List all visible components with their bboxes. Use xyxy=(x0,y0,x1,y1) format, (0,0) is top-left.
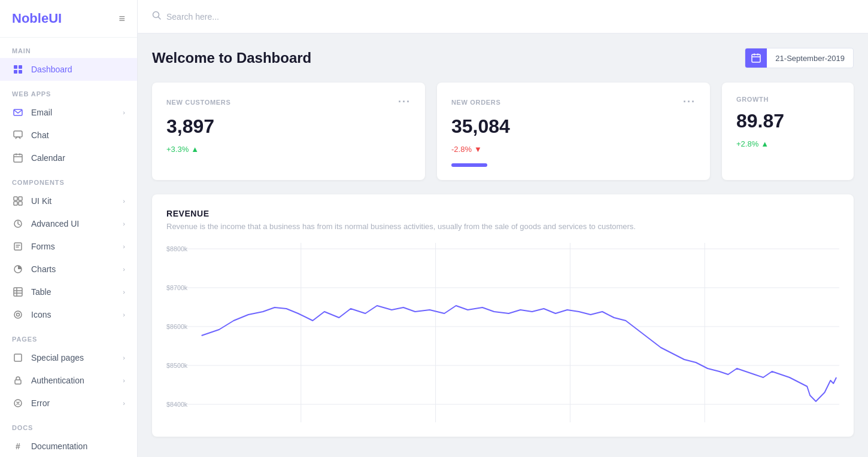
dashboard-label: Dashboard xyxy=(31,65,125,74)
svg-rect-3 xyxy=(19,70,22,74)
sidebar-item-calendar[interactable]: Calendar xyxy=(0,147,137,169)
calendar-icon xyxy=(745,48,767,68)
uikit-icon xyxy=(12,195,24,207)
section-label-pages: PAGES xyxy=(0,326,137,346)
stat-value-orders: 35,084 xyxy=(451,115,696,138)
sidebar-item-auth[interactable]: Authentication › xyxy=(0,369,137,392)
stat-label-text-orders: NEW ORDERS xyxy=(451,99,500,106)
special-icon xyxy=(12,352,24,364)
sidebar-item-table[interactable]: Table › xyxy=(0,281,137,303)
sidebar-item-error[interactable]: Error › xyxy=(0,392,137,415)
stat-value-growth: 89.87 xyxy=(736,110,839,132)
forms-label: Forms xyxy=(31,242,123,251)
sidebar-item-email[interactable]: Email › xyxy=(0,101,137,124)
sidebar-item-docs[interactable]: # Documentation xyxy=(0,435,137,457)
sidebar-item-uikit[interactable]: UI Kit › xyxy=(0,190,137,212)
svg-rect-12 xyxy=(14,243,22,250)
svg-text:$8400k: $8400k xyxy=(166,401,188,408)
svg-rect-1 xyxy=(19,65,22,69)
stat-card-orders: NEW ORDERS ··· 35,084 -2.8% ▼ xyxy=(437,83,710,180)
advanced-icon xyxy=(12,218,24,230)
svg-rect-2 xyxy=(14,70,17,74)
svg-rect-9 xyxy=(14,202,17,205)
stat-label-orders: NEW ORDERS ··· xyxy=(451,96,696,108)
auth-icon xyxy=(12,374,24,386)
stat-bar-orders xyxy=(451,163,487,167)
svg-rect-14 xyxy=(14,288,22,296)
email-chevron: › xyxy=(123,109,125,116)
calendar-label: Calendar xyxy=(31,153,125,163)
stat-label-text-customers: NEW CUSTOMERS xyxy=(166,99,230,106)
advanced-label: Advanced UI xyxy=(31,219,123,228)
svg-rect-21 xyxy=(752,54,760,62)
stat-label-growth: GROWTH xyxy=(736,96,839,103)
stat-change-text-orders: -2.8% xyxy=(451,145,472,154)
sidebar-item-charts[interactable]: Charts › xyxy=(0,258,137,281)
stat-label-customers: NEW CUSTOMERS ··· xyxy=(166,96,411,108)
revenue-chart-title: REVENUE xyxy=(166,209,839,218)
svg-text:$8800k: $8800k xyxy=(166,245,188,252)
sidebar-item-forms[interactable]: Forms › xyxy=(0,235,137,258)
forms-icon xyxy=(12,240,24,252)
stat-card-growth: GROWTH 89.87 +2.8% ▲ xyxy=(722,83,854,180)
stat-arrow-down-orders: ▼ xyxy=(474,145,482,154)
search-wrapper xyxy=(152,11,310,23)
forms-chevron: › xyxy=(123,243,125,250)
hamburger-icon[interactable]: ≡ xyxy=(119,13,125,25)
page-header: Welcome to Dashboard 21-September-2019 xyxy=(152,48,854,68)
sidebar-item-dashboard[interactable]: Dashboard xyxy=(0,58,137,81)
sidebar-item-chat[interactable]: Chat xyxy=(0,124,137,147)
stat-dots-orders[interactable]: ··· xyxy=(683,96,696,108)
table-label: Table xyxy=(31,287,123,297)
section-label-webapps: WEB APPS xyxy=(0,81,137,101)
svg-rect-0 xyxy=(14,65,17,69)
logo-text: NobleUI xyxy=(12,11,62,26)
uikit-chevron: › xyxy=(123,197,125,205)
revenue-chart-area: $8800k $8700k $8600k $8500k $8400k xyxy=(166,243,839,422)
logo-part1: Noble xyxy=(12,11,48,26)
stat-dots-customers[interactable]: ··· xyxy=(398,96,411,108)
svg-rect-8 xyxy=(19,197,22,200)
stat-change-growth: +2.8% ▲ xyxy=(736,139,839,148)
stat-card-customers: NEW CUSTOMERS ··· 3,897 +3.3% ▲ xyxy=(152,83,425,180)
svg-text:$8600k: $8600k xyxy=(166,323,188,330)
stat-label-text-growth: GROWTH xyxy=(736,96,769,103)
chat-label: Chat xyxy=(31,130,125,140)
email-label: Email xyxy=(31,108,123,117)
error-icon xyxy=(12,397,24,409)
special-chevron: › xyxy=(123,354,125,361)
svg-rect-10 xyxy=(19,202,22,205)
sidebar-item-advanced[interactable]: Advanced UI › xyxy=(0,212,137,235)
icons-label: Icons xyxy=(31,310,123,319)
docs-label: Documentation xyxy=(31,441,125,451)
charts-label: Charts xyxy=(31,264,123,274)
error-label: Error xyxy=(31,398,123,408)
revenue-chart-desc: Revenue is the income that a business ha… xyxy=(166,222,839,231)
sidebar-item-icons[interactable]: Icons › xyxy=(0,303,137,326)
stat-change-customers: +3.3% ▲ xyxy=(166,145,411,154)
section-label-components: COMPONENTS xyxy=(0,169,137,190)
sidebar-item-special[interactable]: Special pages › xyxy=(0,346,137,369)
stat-change-text-customers: +3.3% xyxy=(166,145,189,154)
table-icon xyxy=(12,286,24,298)
error-chevron: › xyxy=(123,400,125,407)
auth-label: Authentication xyxy=(31,376,123,385)
uikit-label: UI Kit xyxy=(31,196,123,206)
logo-part2: UI xyxy=(48,11,62,26)
svg-rect-7 xyxy=(14,197,17,200)
stats-row: NEW CUSTOMERS ··· 3,897 +3.3% ▲ NEW ORDE… xyxy=(152,83,854,180)
section-label-docs: DOCS xyxy=(0,415,137,435)
content-area: Welcome to Dashboard 21-September-2019 N… xyxy=(138,33,868,457)
stat-arrow-up-customers: ▲ xyxy=(191,145,199,154)
date-badge[interactable]: 21-September-2019 xyxy=(745,48,854,68)
docs-icon: # xyxy=(12,440,24,452)
search-icon xyxy=(152,11,162,23)
search-input[interactable] xyxy=(166,12,310,22)
svg-point-16 xyxy=(17,313,20,316)
revenue-chart-card: REVENUE Revenue is the income that a bus… xyxy=(152,194,854,437)
svg-text:$8700k: $8700k xyxy=(166,284,188,291)
icons-icon xyxy=(12,309,24,321)
page-title: Welcome to Dashboard xyxy=(152,50,311,66)
svg-text:$8500k: $8500k xyxy=(166,362,188,369)
svg-rect-18 xyxy=(15,380,21,384)
